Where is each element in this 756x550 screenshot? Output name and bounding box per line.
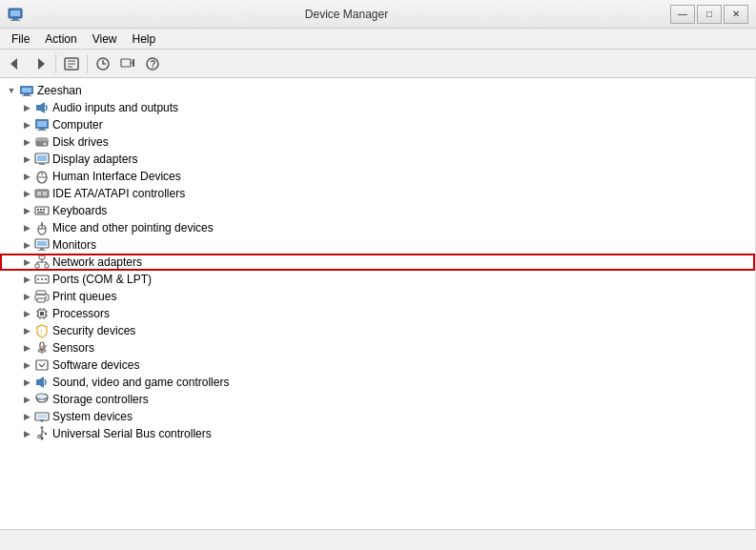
ide-toggle[interactable]: ▶ [19, 185, 34, 202]
svg-rect-62 [36, 291, 46, 295]
svg-rect-42 [37, 212, 45, 214]
svg-rect-3 [10, 20, 20, 21]
hid-toggle[interactable]: ▶ [19, 168, 34, 185]
svg-rect-83 [36, 360, 48, 370]
display-toggle[interactable]: ▶ [19, 151, 34, 168]
svg-rect-97 [45, 433, 47, 435]
svg-point-89 [36, 394, 48, 399]
audio-toggle[interactable]: ▶ [19, 99, 34, 116]
mice-toggle[interactable]: ▶ [19, 219, 34, 236]
monitors-toggle[interactable]: ▶ [19, 236, 34, 254]
ports-label: Ports (COM & LPT) [52, 273, 152, 286]
network-toggle[interactable]: ▶ [19, 254, 34, 271]
help-button[interactable]: ? [141, 52, 164, 75]
toolbar: ? [0, 50, 756, 78]
computer-icon [34, 117, 50, 132]
properties-button[interactable] [60, 52, 83, 75]
print-toggle[interactable]: ▶ [19, 288, 34, 305]
print-icon [34, 289, 50, 304]
svg-point-60 [41, 278, 43, 280]
ports-toggle[interactable]: ▶ [19, 271, 34, 288]
tree-item-display[interactable]: ▶ Display adapters [0, 151, 755, 168]
tree-item-audio[interactable]: ▶ Audio inputs and outputs [0, 99, 755, 116]
svg-rect-52 [35, 264, 39, 268]
maximize-button[interactable]: □ [697, 5, 722, 24]
tree-item-ports[interactable]: ▶ Ports (COM & LPT) [0, 271, 755, 288]
svg-rect-39 [37, 209, 39, 211]
svg-rect-20 [36, 105, 40, 111]
disk-toggle[interactable]: ▶ [19, 133, 34, 151]
menu-view[interactable]: View [85, 31, 125, 48]
svg-rect-64 [37, 298, 45, 302]
tree-item-monitors[interactable]: ▶ Monitors [0, 236, 755, 254]
window-title: Device Manager [23, 8, 670, 21]
svg-text:?: ? [151, 59, 156, 70]
svg-rect-40 [40, 209, 42, 211]
device-tree[interactable]: ▼ Zeeshan ▶ Audio inputs [0, 78, 756, 529]
minimize-button[interactable]: — [670, 5, 695, 24]
tree-item-security[interactable]: ▶ ! Security devices [0, 322, 755, 339]
storage-label: Storage controllers [52, 393, 149, 406]
close-button[interactable]: ✕ [724, 5, 748, 24]
tree-item-processors[interactable]: ▶ Processors [0, 305, 755, 322]
tree-item-system[interactable]: ▶ System devices [0, 408, 755, 425]
menu-file[interactable]: File [4, 31, 37, 48]
tree-item-mice[interactable]: ▶ Mice and other pointing devices [0, 219, 755, 236]
window-controls[interactable]: — □ ✕ [670, 5, 748, 24]
software-toggle[interactable]: ▶ [19, 356, 34, 374]
sound-icon [34, 375, 50, 390]
tree-item-software[interactable]: ▶ Software devices [0, 356, 755, 374]
print-label: Print queues [52, 290, 116, 303]
app-icon [8, 7, 23, 22]
system-toggle[interactable]: ▶ [19, 408, 34, 425]
tree-item-disk[interactable]: ▶ Disk drives [0, 133, 755, 151]
update-driver-button[interactable] [92, 52, 114, 75]
scan-button[interactable] [116, 52, 139, 75]
svg-rect-51 [39, 255, 45, 259]
svg-rect-24 [39, 129, 45, 130]
usb-toggle[interactable]: ▶ [19, 425, 34, 442]
keyboards-toggle[interactable]: ▶ [19, 202, 34, 219]
tree-root[interactable]: ▼ Zeeshan [0, 82, 755, 99]
svg-text:!: ! [40, 328, 42, 336]
tree-item-network[interactable]: ▶ Network adapters [0, 254, 755, 271]
svg-point-59 [37, 278, 39, 280]
svg-point-100 [41, 438, 44, 440]
svg-rect-19 [22, 95, 31, 96]
tree-item-storage[interactable]: ▶ Storage controllers [0, 391, 755, 408]
svg-rect-41 [43, 209, 45, 211]
tree-item-ide[interactable]: ▶ IDE ATA/ATAPI controllers [0, 185, 755, 202]
menu-bar: File Action View Help [0, 29, 756, 50]
keyboard-icon [34, 203, 50, 218]
forward-button[interactable] [29, 52, 51, 75]
sound-toggle[interactable]: ▶ [19, 374, 34, 391]
svg-rect-2 [12, 18, 18, 20]
svg-rect-91 [37, 415, 47, 418]
menu-help[interactable]: Help [125, 31, 164, 48]
sensors-toggle[interactable]: ▶ [19, 339, 34, 356]
status-bar [0, 529, 756, 550]
system-icon [34, 409, 50, 424]
root-icon [19, 83, 34, 98]
tree-item-print[interactable]: ▶ Print queues [0, 288, 755, 305]
tree-item-hid[interactable]: ▶ Human Interface Devices [0, 168, 755, 185]
menu-action[interactable]: Action [37, 31, 84, 48]
tree-item-computer[interactable]: ▶ Computer [0, 116, 755, 133]
processors-toggle[interactable]: ▶ [19, 305, 34, 322]
mice-label: Mice and other pointing devices [52, 221, 214, 234]
tree-item-usb[interactable]: ▶ Universal Serial Bus controllers [0, 425, 755, 442]
svg-point-65 [45, 296, 47, 298]
tree-item-sensors[interactable]: ▶ Sensors [0, 339, 755, 356]
audio-icon [34, 100, 50, 115]
tree-item-keyboards[interactable]: ▶ Keyboards [0, 202, 755, 219]
root-toggle[interactable]: ▼ [4, 82, 19, 99]
computer-toggle[interactable]: ▶ [19, 116, 34, 133]
security-toggle[interactable]: ▶ [19, 322, 34, 339]
storage-toggle[interactable]: ▶ [19, 391, 34, 408]
svg-point-61 [45, 278, 47, 280]
svg-rect-30 [37, 155, 47, 161]
back-button[interactable] [4, 52, 27, 75]
tree-item-sound[interactable]: ▶ Sound, video and game controllers [0, 374, 755, 391]
svg-rect-38 [35, 207, 49, 214]
svg-rect-1 [10, 10, 20, 16]
